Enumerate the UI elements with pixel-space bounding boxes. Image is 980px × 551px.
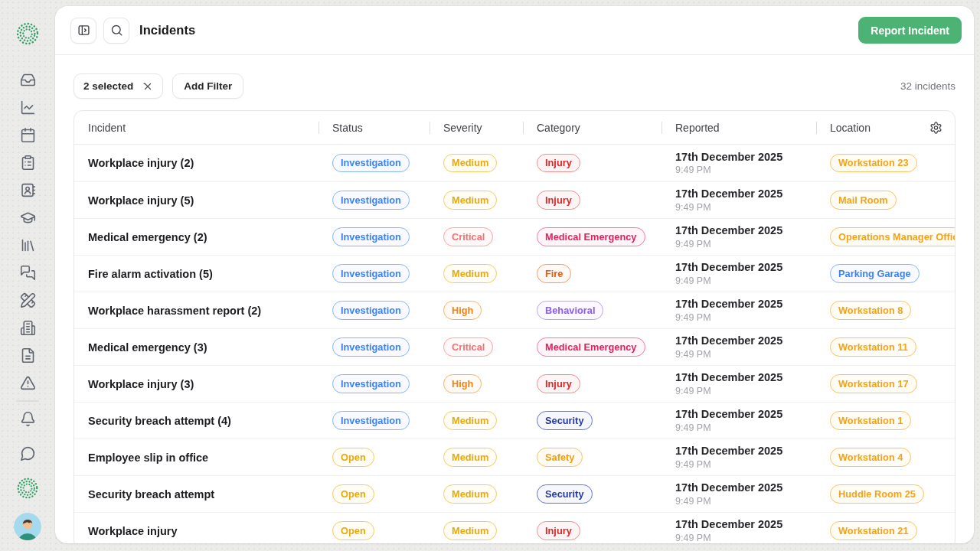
brand-logo [15, 475, 41, 501]
table-row[interactable]: Workplace injuryOpenMediumInjury17th Dec… [74, 512, 955, 543]
table-row[interactable]: Workplace injury (2)InvestigationMediumI… [74, 145, 955, 181]
table-row[interactable]: Fire alarm activation (5)InvestigationMe… [74, 255, 955, 292]
contact-book-icon[interactable] [17, 179, 38, 201]
location-badge: Mail Room [830, 191, 897, 210]
pencil-ruler-icon[interactable] [17, 289, 38, 311]
location-cell: Workstation 23 [816, 154, 955, 173]
status-badge: Open [332, 448, 374, 467]
table-row[interactable]: Workplace injury (3)InvestigationHighInj… [74, 365, 955, 402]
status-badge: Open [332, 521, 374, 540]
table-row[interactable]: Employee slip in officeOpenMediumSafety1… [74, 439, 955, 475]
status-cell: Investigation [318, 154, 430, 173]
location-badge: Workstation 1 [830, 411, 911, 430]
severity-badge: Critical [443, 227, 493, 246]
messages-icon[interactable] [17, 262, 38, 283]
reported-date: 17th December 2025 [675, 371, 816, 384]
reported-date: 17th December 2025 [675, 298, 816, 311]
selected-filters-chip[interactable]: 2 selected [74, 73, 163, 99]
status-cell: Investigation [318, 264, 430, 283]
column-header-reported: Reported [662, 111, 816, 144]
category-cell: Injury [523, 374, 662, 393]
status-cell: Open [318, 521, 430, 540]
table-row[interactable]: Medical emergency (2)InvestigationCritic… [74, 218, 955, 255]
location-badge: Workstation 4 [830, 448, 911, 467]
reported-cell: 17th December 20259:49 PM [662, 298, 816, 323]
severity-cell: Medium [430, 448, 523, 467]
status-badge: Open [332, 484, 374, 504]
reported-time: 9:49 PM [675, 165, 816, 175]
search-icon[interactable] [103, 18, 129, 44]
clear-filters-icon[interactable] [142, 81, 153, 92]
main-panel: Incidents Report Incident 2 selected Add… [55, 6, 974, 543]
category-cell: Medical Emergency [523, 337, 662, 357]
reported-time: 9:49 PM [675, 386, 816, 396]
sidebar-toggle-icon[interactable] [70, 18, 96, 44]
category-cell: Behavioral [523, 301, 662, 320]
location-cell: Operations Manager Office [816, 227, 955, 246]
category-badge: Medical Emergency [537, 337, 645, 357]
table-row[interactable]: Security breach attemptOpenMediumSecurit… [74, 475, 955, 512]
inbox-icon[interactable] [17, 69, 38, 90]
severity-badge: Medium [443, 264, 497, 283]
location-badge: Parking Garage [830, 264, 920, 283]
status-cell: Investigation [318, 301, 430, 320]
status-badge: Investigation [332, 301, 410, 320]
status-badge: Investigation [332, 337, 410, 357]
report-incident-button[interactable]: Report Incident [858, 17, 962, 44]
bell-icon[interactable] [17, 408, 38, 429]
column-header-status: Status [318, 111, 430, 144]
status-badge: Investigation [332, 227, 410, 246]
table-row[interactable]: Workplace harassment report (2)Investiga… [74, 292, 955, 328]
building-icon[interactable] [17, 317, 38, 338]
reported-time: 9:49 PM [675, 533, 816, 543]
incident-name: Workplace injury (2) [74, 157, 318, 169]
reported-date: 17th December 2025 [675, 445, 816, 458]
severity-cell: Critical [430, 337, 523, 357]
user-avatar[interactable] [14, 513, 41, 540]
location-badge: Operations Manager Office [830, 227, 956, 246]
status-cell: Investigation [318, 411, 430, 430]
location-cell: Workstation 21 [816, 521, 955, 540]
table-row[interactable]: Security breach attempt (4)Investigation… [74, 402, 955, 439]
graduation-cap-icon[interactable] [17, 207, 38, 228]
reported-cell: 17th December 20259:49 PM [662, 187, 816, 213]
table-row[interactable]: Workplace injury (5)InvestigationMediumI… [74, 181, 955, 218]
chat-bubble-icon[interactable] [17, 442, 38, 464]
reported-date: 17th December 2025 [675, 408, 816, 421]
clipboard-list-icon[interactable] [17, 152, 38, 173]
add-filter-button[interactable]: Add Filter [172, 73, 243, 99]
table-row[interactable]: Medical emergency (3)InvestigationCritic… [74, 328, 955, 365]
reported-time: 9:49 PM [675, 349, 816, 360]
severity-cell: Medium [430, 264, 523, 283]
location-cell: Workstation 17 [816, 374, 955, 393]
status-badge: Investigation [332, 411, 410, 430]
incident-count: 32 incidents [900, 80, 956, 92]
reported-date: 17th December 2025 [675, 261, 816, 274]
chart-line-icon[interactable] [17, 96, 38, 118]
reported-cell: 17th December 20259:49 PM [662, 445, 816, 470]
reported-date: 17th December 2025 [675, 518, 816, 531]
page-title: Incidents [139, 23, 195, 37]
alert-triangle-icon[interactable] [17, 372, 38, 393]
category-cell: Security [523, 484, 662, 504]
severity-badge: Medium [443, 448, 497, 467]
reported-cell: 17th December 20259:49 PM [662, 518, 816, 543]
calendar-icon[interactable] [17, 124, 38, 145]
reported-cell: 17th December 20259:49 PM [662, 151, 816, 176]
status-cell: Investigation [318, 374, 430, 393]
severity-cell: Medium [430, 484, 523, 504]
severity-badge: Medium [443, 191, 497, 210]
category-cell: Injury [523, 521, 662, 540]
file-text-icon[interactable] [17, 344, 38, 366]
incident-name: Employee slip in office [74, 452, 318, 464]
severity-badge: Critical [443, 337, 493, 357]
gear-icon[interactable] [928, 119, 944, 135]
category-cell: Injury [523, 191, 662, 210]
filter-bar: 2 selected Add Filter 32 incidents [74, 73, 956, 99]
sidebar-nav [17, 69, 38, 393]
category-badge: Medical Emergency [537, 227, 645, 246]
library-icon[interactable] [17, 234, 38, 256]
topbar: Incidents Report Incident [55, 6, 974, 55]
app-logo[interactable] [14, 20, 41, 47]
severity-badge: Medium [443, 484, 497, 504]
